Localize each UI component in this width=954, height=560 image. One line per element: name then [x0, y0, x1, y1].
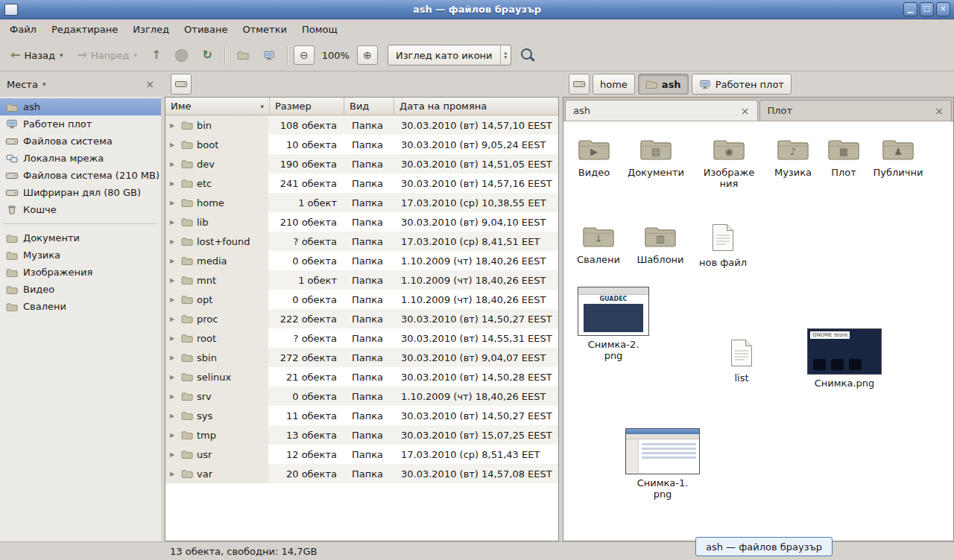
- column-header-1[interactable]: Размер: [270, 98, 344, 115]
- expander-icon[interactable]: ▶: [170, 200, 177, 206]
- forward-button[interactable]: → Напред ▾: [72, 45, 143, 66]
- crumb-0[interactable]: home: [593, 74, 635, 95]
- column-header-3[interactable]: Дата на промяна: [394, 98, 558, 115]
- expander-icon[interactable]: ▶: [170, 354, 177, 361]
- expander-icon[interactable]: ▶: [170, 432, 177, 439]
- expander-icon[interactable]: ▶: [170, 413, 177, 419]
- list-pane-location-button[interactable]: [171, 74, 192, 95]
- menu-item-0[interactable]: Файл: [3, 21, 43, 38]
- titlebar[interactable]: ash — файлов браузър ▁ □ ×: [0, 0, 954, 19]
- expander-icon[interactable]: ▶: [170, 393, 177, 400]
- table-row[interactable]: ▶ sbin 272 обекта Папка 30.03.2010 (вт) …: [165, 348, 558, 367]
- zoom-out-button[interactable]: ⊖: [294, 45, 315, 65]
- menu-item-4[interactable]: Отметки: [236, 21, 293, 38]
- expander-icon[interactable]: ▶: [170, 180, 177, 187]
- home-button[interactable]: [231, 46, 255, 64]
- icon-item-0[interactable]: ▶ Видео: [564, 136, 624, 178]
- table-row[interactable]: ▶ srv 0 обекта Папка 1.10.2009 (чт) 18,4…: [165, 386, 558, 406]
- up-button[interactable]: ↑: [145, 45, 167, 66]
- column-header-2[interactable]: Вид: [344, 98, 394, 115]
- sidebar-dropdown-icon[interactable]: ▾: [42, 80, 46, 88]
- table-row[interactable]: ▶ root ? обекта Папка 30.03.2010 (вт) 14…: [165, 328, 558, 348]
- tab-1[interactable]: Плот ×: [759, 100, 953, 121]
- expander-icon[interactable]: ▶: [170, 161, 177, 168]
- table-row[interactable]: ▶ media 0 обекта Папка 1.10.2009 (чт) 18…: [165, 251, 558, 270]
- icon-item-5[interactable]: ♟ Публични: [868, 136, 928, 178]
- icon-item-8[interactable]: нов файл: [693, 223, 753, 268]
- sidebar-item-8[interactable]: Документи: [0, 229, 161, 246]
- maximize-button[interactable]: □: [920, 2, 934, 16]
- reload-button[interactable]: ↻: [196, 45, 218, 66]
- zoom-level[interactable]: 100%: [317, 50, 355, 61]
- icon-item-4[interactable]: ▦ Плот: [814, 136, 874, 178]
- sidebar-close-icon[interactable]: ×: [145, 78, 154, 90]
- tab-close-icon[interactable]: ×: [935, 105, 944, 117]
- sidebar-item-9[interactable]: Музика: [0, 246, 161, 264]
- crumb-2[interactable]: Работен плот: [692, 74, 792, 95]
- expander-icon[interactable]: ▶: [170, 335, 177, 342]
- table-row[interactable]: ▶ proc 222 обекта Папка 30.03.2010 (вт) …: [165, 309, 558, 328]
- minimize-button[interactable]: ▁: [903, 2, 917, 16]
- taskbar-window-button[interactable]: ash — файлов браузър: [695, 537, 833, 556]
- tab-0[interactable]: ash ×: [565, 100, 758, 121]
- sidebar-item-0[interactable]: ash: [0, 98, 161, 115]
- sidebar-title[interactable]: Места: [7, 79, 38, 90]
- expander-icon[interactable]: ▶: [170, 219, 177, 226]
- expander-icon[interactable]: ▶: [170, 277, 177, 284]
- sidebar-item-5[interactable]: Шифриран дял (80 GB): [0, 184, 161, 201]
- menu-item-1[interactable]: Редактиране: [45, 21, 124, 38]
- stop-button[interactable]: [169, 45, 194, 66]
- icon-item-10[interactable]: list: [718, 339, 765, 384]
- close-button[interactable]: ×: [936, 2, 950, 16]
- icon-item-2[interactable]: ◉ Изображения: [699, 136, 759, 189]
- table-row[interactable]: ▶ home 1 обект Папка 17.03.2010 (ср) 10,…: [165, 193, 558, 212]
- expander-icon[interactable]: ▶: [170, 451, 177, 458]
- table-row[interactable]: ▶ boot 10 обекта Папка 30.03.2010 (вт) 9…: [165, 135, 558, 154]
- icon-item-1[interactable]: ▤ Документи: [626, 136, 686, 178]
- expander-icon[interactable]: ▶: [170, 471, 177, 477]
- table-row[interactable]: ▶ var 20 обекта Папка 30.03.2010 (вт) 14…: [165, 464, 558, 483]
- back-button[interactable]: ← Назад ▾: [4, 45, 69, 66]
- sidebar-item-10[interactable]: Изображения: [0, 264, 161, 281]
- table-row[interactable]: ▶ tmp 13 обекта Папка 30.03.2010 (вт) 15…: [165, 425, 558, 445]
- table-row[interactable]: ▶ bin 108 обекта Папка 30.03.2010 (вт) 1…: [165, 115, 558, 135]
- sidebar-item-1[interactable]: Работен плот: [0, 115, 161, 133]
- tab-close-icon[interactable]: ×: [741, 105, 750, 117]
- table-row[interactable]: ▶ lost+found ? обекта Папка 17.03.2010 (…: [165, 232, 558, 251]
- view-mode-select[interactable]: Изглед като икони ▴▾: [388, 45, 511, 66]
- expander-icon[interactable]: ▶: [170, 258, 177, 264]
- sidebar-item-2[interactable]: Файлова система: [0, 133, 161, 150]
- table-row[interactable]: ▶ etc 241 обекта Папка 30.03.2010 (вт) 1…: [165, 174, 558, 193]
- expander-icon[interactable]: ▶: [170, 122, 177, 129]
- table-row[interactable]: ▶ mnt 1 обект Папка 1.10.2009 (чт) 18,40…: [165, 270, 558, 290]
- sidebar-item-12[interactable]: Свалени: [0, 298, 161, 315]
- table-row[interactable]: ▶ dev 190 обекта Папка 30.03.2010 (вт) 1…: [165, 154, 558, 174]
- column-header-0[interactable]: Име ▾: [165, 98, 270, 115]
- menu-item-2[interactable]: Изглед: [126, 21, 176, 38]
- table-row[interactable]: ▶ sys 11 обекта Папка 30.03.2010 (вт) 14…: [165, 406, 558, 425]
- crumb-filesystem-button[interactable]: [569, 74, 590, 95]
- icon-item-6[interactable]: ↓ Свалени: [569, 223, 628, 265]
- expander-icon[interactable]: ▶: [170, 141, 177, 148]
- menu-item-3[interactable]: Отиване: [177, 21, 234, 38]
- expander-icon[interactable]: ▶: [170, 238, 177, 245]
- icon-item-7[interactable]: ▥ Шаблони: [631, 223, 690, 265]
- sidebar-item-11[interactable]: Видео: [0, 281, 161, 298]
- table-row[interactable]: ▶ opt 0 обекта Папка 1.10.2009 (чт) 18,4…: [165, 290, 558, 309]
- icon-item-12[interactable]: Снимка-1.png: [625, 428, 700, 500]
- search-button[interactable]: [521, 48, 532, 60]
- table-row[interactable]: ▶ selinux 21 обекта Папка 30.03.2010 (вт…: [165, 367, 558, 386]
- expander-icon[interactable]: ▶: [170, 374, 177, 381]
- expander-icon[interactable]: ▶: [170, 296, 177, 303]
- menu-item-5[interactable]: Помощ: [295, 21, 344, 38]
- expander-icon[interactable]: ▶: [170, 316, 177, 322]
- crumb-1[interactable]: ash: [638, 74, 689, 95]
- sidebar-item-4[interactable]: Файлова система (210 MB): [0, 167, 161, 184]
- icon-item-9[interactable]: GUADEC Снимка-2.png: [576, 287, 651, 361]
- icon-item-11[interactable]: GNOME Store Снимка.png: [807, 328, 882, 389]
- sidebar-item-3[interactable]: Локална мрежа: [0, 150, 161, 167]
- computer-button[interactable]: [257, 46, 281, 65]
- table-row[interactable]: ▶ lib 210 обекта Папка 30.03.2010 (вт) 9…: [165, 212, 558, 232]
- sidebar-item-6[interactable]: Кошче: [0, 201, 161, 218]
- table-row[interactable]: ▶ usr 12 обекта Папка 17.03.2010 (ср) 8,…: [165, 445, 558, 464]
